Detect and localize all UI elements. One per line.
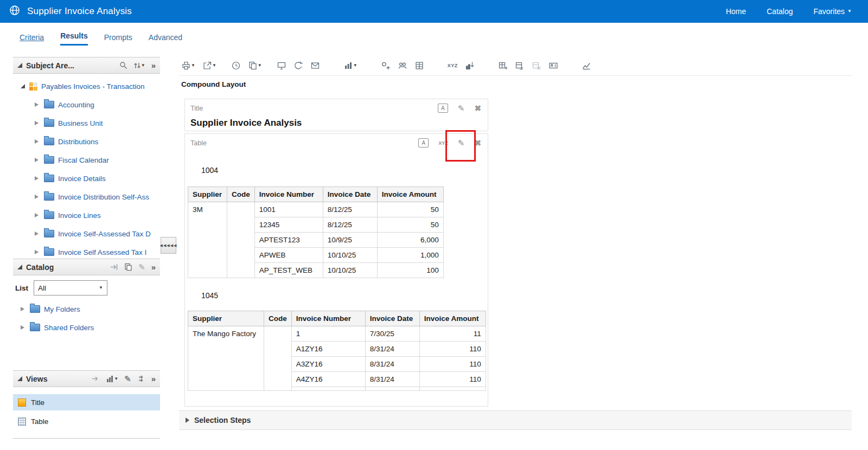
- schedule-button[interactable]: [231, 61, 241, 70]
- remove-view-button[interactable]: [532, 61, 541, 70]
- node-collapsed-icon[interactable]: [35, 250, 39, 254]
- nav-home[interactable]: Home: [726, 7, 746, 16]
- add-to-analysis-icon[interactable]: [110, 263, 118, 271]
- tree-node-label[interactable]: Fiscal Calendar: [58, 156, 109, 164]
- column-header-invoice-amount[interactable]: Invoice Amount: [377, 187, 443, 202]
- tree-node-my-folders[interactable]: My Folders: [13, 300, 160, 318]
- node-collapsed-icon[interactable]: [21, 307, 24, 311]
- tree-node-folder[interactable]: Invoice Distribution Self-Ass: [13, 188, 160, 206]
- open-report-icon[interactable]: [124, 263, 132, 271]
- tree-node-label[interactable]: Shared Folders: [44, 324, 94, 332]
- new-group-button[interactable]: [381, 61, 391, 70]
- print-button[interactable]: ▼: [181, 61, 195, 70]
- edit-view-icon[interactable]: ✎: [124, 374, 131, 384]
- column-header-invoice-date[interactable]: Invoice Date: [365, 311, 419, 326]
- nav-favorites[interactable]: Favorites ▼: [814, 7, 852, 16]
- copy-button[interactable]: ▼: [248, 61, 262, 70]
- selection-steps-bar[interactable]: Selection Steps: [179, 410, 852, 430]
- views-list-item-table[interactable]: Table: [13, 413, 160, 429]
- tree-node-label[interactable]: Accounting: [58, 101, 94, 109]
- tab-results[interactable]: Results: [60, 31, 88, 46]
- expand-pane-options-icon[interactable]: »: [151, 61, 156, 70]
- expand-pane-options-icon[interactable]: »: [151, 262, 156, 272]
- tree-node-label[interactable]: Invoice Self Assessed Tax I: [58, 248, 146, 256]
- edit-title-view-icon[interactable]: ✎: [458, 104, 465, 113]
- column-header-supplier[interactable]: Supplier: [188, 311, 264, 326]
- link-view-button[interactable]: [515, 61, 525, 70]
- selection-steps-chart-button[interactable]: [582, 61, 591, 70]
- views-list-item-title[interactable]: Title: [13, 394, 160, 410]
- column-header-invoice-date[interactable]: Invoice Date: [323, 187, 377, 202]
- format-container-icon[interactable]: A: [438, 104, 448, 113]
- tree-node-folder[interactable]: Business Unit: [13, 114, 160, 132]
- catalog-pane-header[interactable]: Catalog ✎ »: [13, 259, 160, 275]
- edit-icon[interactable]: ✎: [138, 262, 145, 272]
- column-header-invoice-amount[interactable]: Invoice Amount: [419, 311, 486, 326]
- edit-formula-button[interactable]: XYZ: [448, 63, 458, 68]
- tree-node-label[interactable]: Distributions: [58, 138, 98, 146]
- subject-areas-pane-header[interactable]: Subject Are... ▼ »: [13, 57, 160, 74]
- nav-catalog[interactable]: Catalog: [767, 7, 793, 16]
- node-collapsed-icon[interactable]: [35, 102, 39, 107]
- column-header-invoice-number[interactable]: Invoice Number: [291, 311, 365, 326]
- views-pane-header[interactable]: Views ▼ ✎: [13, 370, 160, 387]
- collapse-pane-icon[interactable]: [17, 376, 22, 381]
- view-properties-button[interactable]: [414, 61, 424, 70]
- edit-formula-icon[interactable]: XYZ: [438, 140, 448, 146]
- node-collapsed-icon[interactable]: [35, 139, 39, 144]
- tree-node-folder[interactable]: Distributions: [13, 132, 160, 151]
- tree-node-label[interactable]: Invoice Self-Assessed Tax D: [58, 230, 151, 238]
- tree-node-folder[interactable]: Fiscal Calendar: [13, 151, 160, 169]
- remove-table-view-icon[interactable]: ✖: [474, 138, 481, 148]
- tree-node-label[interactable]: Business Unit: [58, 119, 103, 127]
- tree-node-label[interactable]: Invoice Lines: [58, 211, 101, 220]
- export-button[interactable]: ▼: [202, 61, 216, 70]
- node-collapsed-icon[interactable]: [35, 158, 39, 162]
- node-collapsed-icon[interactable]: [35, 176, 39, 181]
- tree-node-label[interactable]: My Folders: [44, 305, 80, 313]
- tree-node-shared-folders[interactable]: Shared Folders: [13, 318, 160, 337]
- catalog-list-select[interactable]: All ▼: [34, 280, 107, 295]
- tree-node-folder[interactable]: Invoice Self-Assessed Tax D: [13, 224, 160, 243]
- show-results-button[interactable]: [277, 61, 286, 70]
- tree-node-folder[interactable]: Accounting: [13, 95, 160, 114]
- search-icon[interactable]: [119, 61, 127, 69]
- email-agent-button[interactable]: [310, 61, 320, 70]
- format-container-icon[interactable]: A: [418, 138, 429, 147]
- remove-title-view-icon[interactable]: ✖: [474, 104, 481, 113]
- new-view-icon[interactable]: ▼: [106, 375, 118, 383]
- node-collapsed-icon[interactable]: [35, 121, 39, 125]
- column-header-code[interactable]: Code: [227, 187, 255, 202]
- collapse-pane-icon[interactable]: [17, 63, 22, 68]
- node-expanded-icon[interactable]: [21, 84, 25, 88]
- new-view-button[interactable]: ▼: [343, 61, 358, 70]
- column-header-supplier[interactable]: Supplier: [188, 187, 227, 202]
- refresh-button[interactable]: [293, 61, 303, 70]
- tab-criteria[interactable]: Criteria: [20, 33, 44, 46]
- tree-node-folder[interactable]: Invoice Lines: [13, 206, 160, 224]
- new-calculated-item-button[interactable]: [398, 61, 407, 70]
- tree-node-label[interactable]: Payables Invoices - Transaction: [41, 82, 145, 91]
- column-header-code[interactable]: Code: [264, 311, 292, 326]
- tree-node-label[interactable]: Invoice Details: [58, 175, 106, 183]
- node-collapsed-icon[interactable]: [21, 325, 24, 330]
- collapse-pane-icon[interactable]: [17, 265, 22, 269]
- tree-node-folder[interactable]: Invoice Self Assessed Tax I: [13, 243, 160, 259]
- rename-view-button[interactable]: [548, 61, 558, 70]
- column-header-invoice-number[interactable]: Invoice Number: [254, 187, 323, 202]
- add-view-to-layout-icon[interactable]: [92, 375, 100, 382]
- node-collapsed-icon[interactable]: [35, 213, 39, 217]
- sort-icon[interactable]: ▼: [133, 62, 145, 69]
- tree-node-subject-area-root[interactable]: Payables Invoices - Transaction: [13, 77, 160, 95]
- edit-table-view-icon[interactable]: ✎: [458, 138, 465, 148]
- tab-prompts[interactable]: Prompts: [104, 33, 132, 46]
- node-collapsed-icon[interactable]: [35, 232, 39, 236]
- add-view-button[interactable]: [498, 61, 508, 70]
- tree-node-label[interactable]: Invoice Distribution Self-Ass: [58, 193, 149, 201]
- import-format-button[interactable]: [465, 61, 475, 70]
- expand-pane-options-icon[interactable]: »: [151, 374, 156, 383]
- node-collapsed-icon[interactable]: [35, 195, 39, 199]
- duplicate-view-icon[interactable]: [137, 375, 145, 383]
- pane-splitter-handle[interactable]: ◀◀◀◀◀: [161, 237, 176, 254]
- expand-selection-steps-icon[interactable]: [186, 417, 189, 423]
